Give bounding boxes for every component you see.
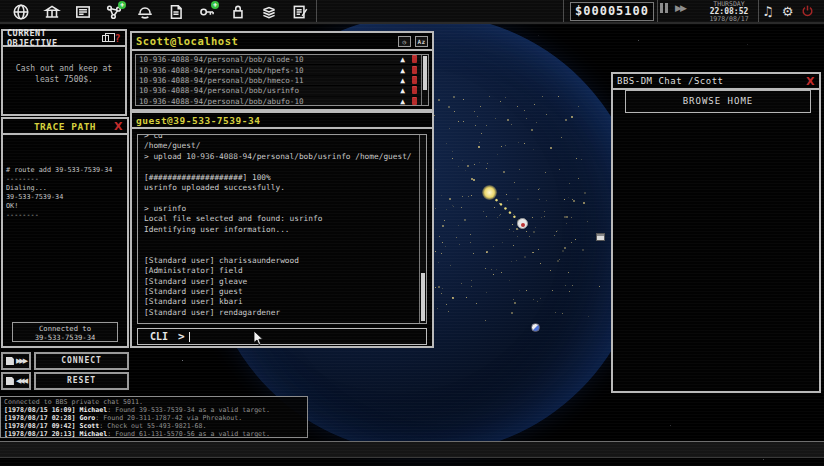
trace-title: TRACE PATH	[34, 121, 96, 132]
terminal-line: [Standard user] rendagardener	[144, 308, 426, 318]
chat-header: Connected to BBS private chat 5011.	[4, 398, 304, 406]
upload-arrow-icon[interactable]: ▲	[400, 97, 405, 106]
fast-forward-button[interactable]: ▶▶	[675, 3, 685, 13]
bbs-chat-log: Connected to BBS private chat 5011. [197…	[0, 396, 308, 438]
chat-timestamp: [1978/08/17 02:28]	[4, 414, 75, 422]
documents-icon[interactable]	[160, 1, 191, 23]
terminal-line: [####################] 100%	[144, 173, 426, 183]
file-row[interactable]: 10-936-4088-94/personal/bob/hpefs-10 ▲	[136, 65, 428, 75]
cli-prompt: >	[178, 330, 189, 343]
file-manager-title: Scott@localhost	[136, 35, 238, 47]
sort-az-icon[interactable]: Az	[415, 36, 428, 47]
news-icon[interactable]	[67, 1, 98, 23]
map-node-source[interactable]	[482, 185, 497, 200]
terminal-scrollbar[interactable]	[419, 135, 426, 323]
trace-line: # route add 39-533-7539-34	[6, 166, 124, 175]
file-path: 10-936-4088-94/personal/bob/hmeco-11	[139, 76, 400, 85]
reset-button[interactable]: RESET	[34, 372, 129, 390]
trace-line: --------	[6, 175, 124, 184]
delete-icon[interactable]	[412, 77, 417, 84]
keys-icon[interactable]: +	[191, 1, 222, 23]
delete-icon[interactable]	[412, 87, 417, 94]
target-dot-icon	[521, 223, 525, 227]
file-row[interactable]: 10-936-4088-94/personal/bob/alode-10 ▲	[136, 55, 428, 65]
trace-line: Dialing...	[6, 184, 124, 193]
close-icon[interactable]: X	[114, 120, 123, 133]
save-reset-icon-button[interactable]: ◀◀◀	[1, 372, 31, 390]
file-list-scrollbar[interactable]	[421, 55, 428, 105]
connection-status-line1: Connected to	[13, 324, 117, 333]
objective-text: Cash out and keep at least 7500$.	[3, 47, 125, 85]
power-icon[interactable]	[801, 2, 814, 21]
bank-icon[interactable]	[36, 1, 67, 23]
floppy-icon	[6, 377, 14, 385]
map-node-satellite[interactable]	[531, 323, 540, 332]
terminal-line: > cd	[144, 134, 426, 141]
cli-input-bar[interactable]: CLI >	[137, 328, 427, 345]
terminal-title: guest@39-533-7539-34	[136, 115, 260, 126]
chat-timestamp: [1978/08/17 09:42]	[4, 422, 75, 430]
upload-arrow-icon[interactable]: ▲	[400, 66, 405, 75]
network-icon[interactable]: +	[98, 1, 129, 23]
trace-line: 39-533-7539-34	[6, 193, 124, 202]
close-icon[interactable]: X	[806, 75, 815, 88]
trace-path-panel: TRACE PATH X # route add 39-533-7539-34-…	[1, 117, 129, 348]
objective-panel: CURRENT OBJECTIVE ? Cash out and keep at…	[1, 29, 127, 116]
lock-icon[interactable]	[222, 1, 253, 23]
delete-icon[interactable]	[412, 56, 417, 63]
chat-messages: [1978/08/15 16:09] Michael: Found 39-533…	[4, 406, 304, 438]
delete-icon[interactable]	[412, 98, 417, 105]
floppy-icon	[6, 357, 14, 365]
bbs-action-button[interactable]: BROWSE HOME	[625, 90, 811, 113]
file-row[interactable]: 10-936-4088-94/personal/bob/usrinfo ▲	[136, 86, 428, 96]
money-display: $00005100	[570, 2, 654, 21]
missions-icon[interactable]	[284, 1, 315, 23]
connection-status-line2: 39-533-7539-34	[13, 333, 117, 342]
settings-gear-icon[interactable]: ⚙	[782, 4, 794, 19]
save-connect-icon-button[interactable]: ▶▶▶	[1, 352, 31, 370]
chat-timestamp: [1978/08/17 20:13]	[4, 430, 75, 438]
upload-arrow-icon[interactable]: ▲	[400, 76, 405, 85]
file-path: 10-936-4088-94/personal/bob/hpefs-10	[139, 66, 400, 75]
globe-icon[interactable]	[5, 1, 36, 23]
upload-arrow-icon[interactable]: ▲	[400, 86, 405, 95]
keys-badge: +	[211, 1, 219, 9]
help-icon[interactable]: ?	[114, 33, 121, 44]
file-manager-window: Scott@localhost ◷ Az 10-936-4088-94/pers…	[130, 31, 434, 111]
trace-titlebar: TRACE PATH X	[3, 119, 127, 135]
toolbar-divider	[657, 0, 658, 22]
stealth-icon[interactable]	[129, 1, 160, 23]
music-icon[interactable]: ♫	[762, 4, 774, 19]
scrollbar-thumb[interactable]	[421, 273, 425, 321]
file-row[interactable]: 10-936-4088-94/personal/bob/abufo-10 ▲	[136, 97, 428, 106]
trace-line: OK!	[6, 202, 124, 211]
toolbar-divider	[316, 0, 317, 22]
reset-row: ◀◀◀ RESET	[1, 372, 129, 390]
software-icon[interactable]	[253, 1, 284, 23]
chat-text: Found 20-311-1787-42 via Phreakout.	[99, 414, 242, 422]
pause-button[interactable]	[660, 3, 668, 13]
sort-time-icon[interactable]: ◷	[398, 36, 411, 47]
terminal-window: guest@39-533-7539-34 > cd/home/guest/> u…	[130, 111, 434, 348]
chat-message: [1978/08/17 20:13] Michael: Found 61-131…	[4, 430, 304, 438]
terminal-line: [Administrator] field	[144, 266, 426, 276]
terminal-lines: > cd/home/guest/> upload 10-936-4088-94/…	[144, 134, 426, 318]
chat-timestamp: [1978/08/15 16:09]	[4, 406, 75, 414]
delete-icon[interactable]	[412, 67, 417, 74]
popout-icon[interactable]	[102, 35, 110, 42]
file-rows: 10-936-4088-94/personal/bob/alode-10 ▲ 1…	[136, 55, 428, 106]
map-node-building[interactable]	[596, 233, 605, 241]
chat-username: Scott	[79, 422, 99, 430]
file-manager-titlebar: Scott@localhost ◷ Az	[132, 33, 432, 51]
upload-arrow-icon[interactable]: ▲	[400, 55, 405, 64]
terminal-output: > cd/home/guest/> upload 10-936-4088-94/…	[137, 134, 427, 324]
toolbar-divider	[758, 0, 759, 22]
connect-button[interactable]: CONNECT	[34, 352, 129, 370]
terminal-line: > upload 10-936-4088-94/personal/bob/usr…	[144, 152, 426, 162]
clock-date: 1978/08/17	[700, 16, 758, 23]
objective-titlebar: CURRENT OBJECTIVE ?	[3, 31, 125, 47]
terminal-line	[144, 235, 426, 245]
file-row[interactable]: 10-936-4088-94/personal/bob/hmeco-11 ▲	[136, 76, 428, 86]
map-node-target[interactable]	[517, 218, 528, 229]
scrollbar-thumb[interactable]	[423, 56, 427, 90]
